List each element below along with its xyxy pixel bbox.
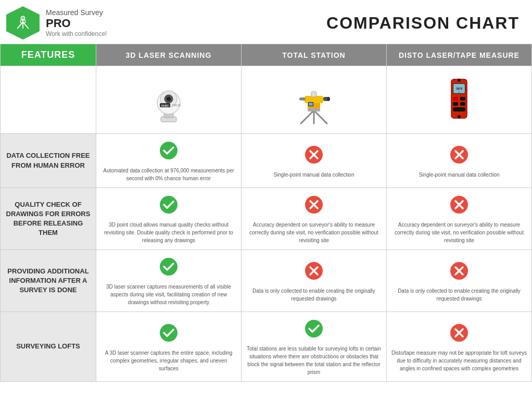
table-row-data-collection: DATA COLLECTION FREE FROM HUMAN ERRORAut… — [1, 134, 532, 188]
disto-laser-image: 10.5 m — [444, 74, 475, 126]
col-features-header: FEATURES — [1, 44, 96, 66]
svg-rect-34 — [453, 102, 458, 106]
disto-img-cell: 10.5 m — [386, 66, 531, 134]
svg-text:10.5: 10.5 — [456, 87, 462, 90]
table-row-quality-check: QUALITY CHECK OF DRAWINGS FOR ERRORS BEF… — [1, 188, 532, 250]
table-header-row: FEATURES 3D LASER SCANNING TOTAL STATION… — [1, 44, 532, 66]
disto-cell-data-collection: Single-point manual data collection — [386, 134, 531, 188]
svg-rect-36 — [453, 107, 465, 111]
svg-point-60 — [160, 324, 178, 342]
disto-cross-icon-quality-check — [391, 195, 527, 219]
col-disto-header: DISTO LASER/TAPE MEASURE — [386, 44, 531, 66]
disto-cross-icon-surveying-lofts — [391, 323, 527, 347]
total-check-icon-surveying-lofts — [246, 319, 382, 343]
total-cross-icon-additional-info — [246, 261, 382, 285]
svg-point-10 — [167, 97, 171, 101]
logo-text: Measured Survey PRO Work with confidence… — [46, 8, 107, 38]
svg-point-22 — [327, 97, 330, 101]
svg-point-39 — [160, 142, 178, 159]
total-cell-surveying-lofts: Total stations are less suitable for sur… — [241, 312, 386, 382]
col-total-header: TOTAL STATION — [241, 44, 386, 66]
svg-line-16 — [314, 110, 327, 123]
svg-point-53 — [160, 258, 178, 276]
brand-sub: Work with confidence! — [46, 30, 107, 38]
feature-label-data-collection: DATA COLLECTION FREE FROM HUMAN ERROR — [1, 134, 96, 188]
table-row-additional-info: PROVIDING ADDITIONAL INFORMATION AFTER A… — [1, 250, 532, 312]
logo-hex — [6, 6, 40, 40]
laser-check-icon-additional-info — [100, 257, 237, 281]
laser-check-icon-surveying-lofts — [100, 323, 237, 347]
disto-desc-additional-info: Data is only collected to enable creatin… — [391, 287, 527, 303]
laser-cell-data-collection: Automated data collection at 976,000 mea… — [96, 134, 241, 188]
total-desc-data-collection: Single-point manual data collection — [246, 171, 382, 179]
svg-rect-33 — [460, 97, 465, 101]
total-cell-quality-check: Accuracy dependent on surveyor's ability… — [241, 188, 386, 250]
disto-cell-surveying-lofts: Disto/tape measure may not be appropriat… — [386, 312, 531, 382]
logo-area: Measured Survey PRO Work with confidence… — [6, 6, 107, 40]
disto-cell-additional-info: Data is only collected to enable creatin… — [386, 250, 531, 312]
brand-pro: PRO — [46, 17, 107, 30]
disto-cross-icon-additional-info — [391, 261, 527, 285]
svg-point-37 — [458, 79, 461, 82]
laser-cell-additional-info: 3D laser scanner captures measurements o… — [96, 250, 241, 312]
disto-desc-surveying-lofts: Disto/tape measure may not be appropriat… — [391, 349, 527, 372]
brand-top: Measured Survey — [46, 8, 107, 17]
feature-label-quality-check: QUALITY CHECK OF DRAWINGS FOR ERRORS BEF… — [1, 188, 96, 250]
total-desc-quality-check: Accuracy dependent on surveyor's ability… — [246, 221, 382, 244]
disto-desc-quality-check: Accuracy dependent on surveyor's ability… — [391, 221, 527, 244]
total-cell-additional-info: Data is only collected to enable creatin… — [241, 250, 386, 312]
svg-point-38 — [458, 115, 461, 118]
laser-desc-surveying-lofts: A 3D laser scanner captures the entire s… — [100, 349, 237, 372]
laser-desc-additional-info: 3D laser scanner captures measurements o… — [100, 283, 237, 306]
page-header: Measured Survey PRO Work with confidence… — [0, 0, 532, 44]
svg-rect-25 — [309, 103, 313, 106]
total-cross-icon-data-collection — [246, 145, 382, 169]
svg-rect-20 — [299, 97, 306, 101]
svg-point-61 — [305, 320, 323, 338]
laser-desc-quality-check: 3D point cloud allows manual quality che… — [100, 221, 237, 244]
laser-desc-data-collection: Automated data collection at 976,000 mea… — [100, 167, 237, 182]
features-img-cell — [1, 66, 96, 134]
svg-rect-32 — [453, 97, 458, 101]
laser-cell-quality-check: 3D point cloud allows manual quality che… — [96, 188, 241, 250]
comparison-table: FEATURES 3D LASER SCANNING TOTAL STATION… — [0, 44, 532, 382]
disto-cell-quality-check: Accuracy dependent on surveyor's ability… — [386, 188, 531, 250]
total-desc-surveying-lofts: Total stations are less suitable for sur… — [246, 345, 382, 376]
feature-label-additional-info: PROVIDING ADDITIONAL INFORMATION AFTER A… — [1, 250, 96, 312]
total-cell-data-collection: Single-point manual data collection — [241, 134, 386, 188]
svg-point-46 — [160, 196, 178, 214]
disto-desc-data-collection: Single-point manual data collection — [391, 171, 527, 179]
laser-cell-surveying-lofts: A 3D laser scanner captures the entire s… — [96, 312, 241, 382]
logo-icon — [14, 14, 32, 32]
disto-cross-icon-data-collection — [391, 145, 527, 169]
laser-img-cell: FARO FOCUS — [96, 66, 241, 134]
svg-rect-35 — [460, 102, 465, 106]
total-img-cell — [241, 66, 386, 134]
laser-scanner-image: FARO FOCUS — [145, 74, 192, 126]
laser-check-icon-quality-check — [100, 195, 237, 219]
feature-label-surveying-lofts: SURVEYING LOFTS — [1, 312, 96, 382]
svg-text:FOCUS: FOCUS — [172, 104, 181, 107]
laser-check-icon-data-collection — [100, 141, 237, 165]
total-desc-additional-info: Data is only collected to enable creatin… — [246, 287, 382, 303]
image-row: FARO FOCUS — [1, 66, 532, 134]
total-cross-icon-quality-check — [246, 195, 382, 219]
svg-line-14 — [301, 110, 314, 123]
total-station-image — [293, 74, 335, 126]
svg-rect-23 — [311, 92, 316, 97]
svg-text:FARO: FARO — [161, 104, 169, 107]
page-title: COMPARISON CHART — [326, 14, 520, 33]
table-row-surveying-lofts: SURVEYING LOFTSA 3D laser scanner captur… — [1, 312, 532, 382]
col-laser-header: 3D LASER SCANNING — [96, 44, 241, 66]
